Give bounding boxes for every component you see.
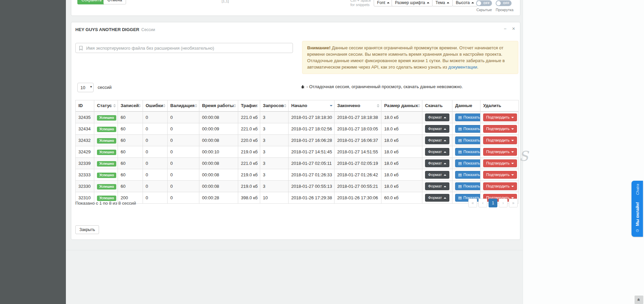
page-prev-button[interactable]: ‹ bbox=[478, 199, 487, 207]
show-data-button[interactable]: ▤Показать bbox=[455, 182, 480, 190]
chat-status: Мы онлайн! bbox=[635, 202, 640, 226]
cell-id: 32432 bbox=[76, 135, 94, 146]
cell-finished: 2018-01-27 02:05:19 bbox=[335, 158, 381, 169]
export-filename-input[interactable] bbox=[85, 45, 290, 51]
font-size-dropdown-label: Размер шрифта bbox=[395, 0, 425, 5]
status-badge: Успешно bbox=[97, 161, 116, 167]
hidden-toggle-group: OFF Скрытые bbox=[476, 0, 492, 12]
close-icon[interactable]: ✕ bbox=[512, 26, 515, 31]
col-runtime[interactable]: Время работы bbox=[199, 100, 238, 112]
cell-started: 2018-01-27 18:02:56 bbox=[289, 123, 335, 135]
cell-download: Формат bbox=[422, 135, 452, 146]
cell-size: 18.0 кб bbox=[381, 111, 422, 123]
cell-requests: 3 bbox=[260, 169, 289, 181]
col-started[interactable]: Начало bbox=[289, 100, 335, 112]
font-size-dropdown[interactable]: Размер шрифта bbox=[392, 0, 433, 6]
digger-name: HEY GUYS ANOTHER DIGGER bbox=[75, 27, 139, 32]
caret-down-icon bbox=[511, 151, 514, 153]
col-records[interactable]: Записей bbox=[118, 100, 143, 112]
format-dropdown-button[interactable]: Формат bbox=[425, 113, 449, 121]
status-badge: Успешно bbox=[97, 184, 116, 189]
cell-id: 32434 bbox=[76, 123, 94, 135]
cell-runtime: 00:00:08 bbox=[199, 135, 238, 146]
delete-confirm-button[interactable]: Подтвердить bbox=[483, 182, 517, 190]
save-button[interactable]: Сохранить bbox=[77, 0, 106, 4]
col-requests[interactable]: Запросов bbox=[260, 100, 289, 112]
toggle-state-label: OFF bbox=[503, 1, 510, 5]
format-dropdown-button[interactable]: Формат bbox=[425, 171, 449, 179]
delete-confirm-button[interactable]: Подтвердить bbox=[483, 113, 517, 121]
cell-validation: 0 bbox=[168, 111, 199, 123]
cell-status: Успешно bbox=[94, 181, 118, 192]
cell-status: Успешно bbox=[94, 123, 118, 135]
cell-data: ▤Показать bbox=[452, 146, 480, 158]
format-dropdown-button[interactable]: Формат bbox=[425, 182, 449, 190]
col-finished[interactable]: Закончено bbox=[335, 100, 381, 112]
delete-confirm-button[interactable]: Подтвердить bbox=[483, 125, 517, 133]
cell-download: Формат bbox=[422, 111, 452, 123]
cell-delete: Подтвердить bbox=[480, 135, 519, 146]
session-row: 32434Успешно600000:00:09221.0 кб32018-01… bbox=[76, 123, 519, 135]
col-traffic[interactable]: Трафик bbox=[238, 100, 260, 112]
page-1-button[interactable]: 1 bbox=[489, 199, 497, 207]
show-data-button[interactable]: ▤Показать bbox=[455, 171, 480, 179]
delete-confirm-button[interactable]: Подтвердить bbox=[483, 171, 517, 179]
page-size-label: сессий bbox=[98, 85, 112, 90]
show-data-button[interactable]: ▤Показать bbox=[455, 159, 480, 167]
show-data-button[interactable]: ▤Показать bbox=[455, 125, 480, 133]
cancel-button[interactable]: Отмена bbox=[103, 0, 126, 4]
documentation-link[interactable]: документации bbox=[448, 65, 477, 70]
scroll-top-button[interactable]: « bbox=[635, 296, 643, 304]
col-id[interactable]: ID bbox=[76, 100, 94, 112]
show-data-button[interactable]: ▤Показать bbox=[455, 113, 480, 121]
font-dropdown[interactable]: Font bbox=[374, 0, 393, 6]
format-dropdown-button[interactable]: Формат bbox=[425, 148, 449, 156]
col-errors[interactable]: Ошибки bbox=[143, 100, 168, 112]
sort-icon bbox=[418, 104, 420, 107]
format-dropdown-button[interactable]: Формат bbox=[425, 159, 449, 167]
format-dropdown-button[interactable]: Формат bbox=[425, 125, 449, 133]
session-row: 32435Успешно600000:00:08221.0 кб32018-01… bbox=[76, 111, 519, 123]
page-first-button[interactable]: « bbox=[468, 199, 477, 207]
cell-status: Успешно bbox=[94, 111, 118, 123]
toggle-knob bbox=[496, 1, 501, 5]
col-data: Данные bbox=[452, 100, 480, 112]
caret-down-icon bbox=[511, 140, 514, 141]
page-last-button[interactable]: » bbox=[509, 199, 518, 207]
cell-requests: 3 bbox=[260, 146, 289, 158]
format-dropdown-button[interactable]: Формат bbox=[425, 136, 449, 144]
chat-widget-tab[interactable]: ☺ Мы онлайн! Chatra bbox=[631, 181, 643, 237]
col-validation[interactable]: Валидация bbox=[168, 100, 199, 112]
cell-started: 2018-01-27 02:05:11 bbox=[289, 158, 335, 169]
cell-runtime: 00:00:08 bbox=[199, 158, 238, 169]
close-panel-button[interactable]: Закрыть bbox=[75, 225, 99, 234]
col-size[interactable]: Размер данных bbox=[381, 100, 422, 112]
snippets-hint-line2: for snippets bbox=[350, 3, 370, 7]
sessions-panel: HEY GUYS ANOTHER DIGGERСессии − ✕ Вниман… bbox=[71, 22, 520, 240]
height-dropdown[interactable]: Высота bbox=[452, 0, 477, 6]
theme-dropdown[interactable]: Тема bbox=[432, 0, 453, 6]
delete-confirm-button[interactable]: Подтвердить bbox=[483, 136, 517, 144]
page-size-select-wrap: 10 bbox=[77, 83, 94, 92]
show-data-button[interactable]: ▤Показать bbox=[455, 136, 480, 144]
cell-download: Формат bbox=[422, 181, 452, 192]
delete-confirm-button[interactable]: Подтвердить bbox=[483, 148, 517, 156]
delete-confirm-button[interactable]: Подтвердить bbox=[483, 159, 517, 167]
page-next-button[interactable]: › bbox=[499, 199, 507, 207]
editor-toolbar-panel: Сохранить Отмена [1,1] Ctrl + Space for … bbox=[71, 0, 520, 16]
scroll-toggle-switch[interactable]: OFF bbox=[496, 0, 512, 6]
minimize-icon[interactable]: − bbox=[504, 26, 506, 31]
bookmark-icon bbox=[79, 46, 83, 51]
list-icon: ▤ bbox=[458, 173, 462, 177]
results-summary: Показано с 1 по 8 из 8 сессий bbox=[75, 201, 136, 206]
pagination: « ‹ 1 › » bbox=[468, 199, 518, 207]
cell-started: 2018-01-27 18:18:30 bbox=[289, 111, 335, 123]
hidden-toggle-switch[interactable]: OFF bbox=[476, 0, 492, 6]
app-root: Сохранить Отмена [1,1] Ctrl + Space for … bbox=[0, 0, 644, 304]
cell-requests: 3 bbox=[260, 123, 289, 135]
page-size-select[interactable]: 10 bbox=[77, 83, 94, 92]
col-status[interactable]: Статус bbox=[94, 100, 118, 112]
cell-finished: 2018-01-27 16:06:37 bbox=[335, 135, 381, 146]
show-data-button[interactable]: ▤Показать bbox=[455, 148, 480, 156]
cell-requests: 3 bbox=[260, 158, 289, 169]
